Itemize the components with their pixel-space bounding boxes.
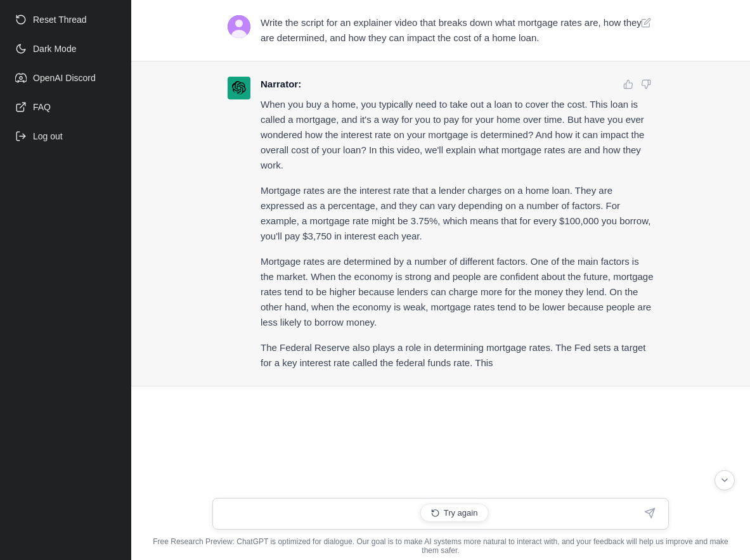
user-message-content: Write the script for an explainer video … xyxy=(261,15,654,46)
try-again-tooltip[interactable]: Try again xyxy=(420,504,489,522)
discord-icon xyxy=(15,72,27,84)
moon-icon xyxy=(15,43,27,54)
svg-point-0 xyxy=(20,77,23,80)
scroll-to-bottom-button[interactable] xyxy=(714,470,735,490)
try-again-label: Try again xyxy=(444,508,478,518)
user-message-inner: Write the script for an explainer video … xyxy=(212,15,669,46)
user-avatar xyxy=(228,15,250,38)
ai-message-block: Narrator: When you buy a home, you typic… xyxy=(131,61,750,386)
sidebar-item-logout[interactable]: Log out xyxy=(5,123,126,150)
sidebar-label-dark-mode: Dark Mode xyxy=(33,44,76,54)
sidebar-label-faq: FAQ xyxy=(33,102,51,112)
reset-icon xyxy=(15,14,27,25)
ai-message-content: Narrator: When you buy a home, you typic… xyxy=(261,77,654,371)
chevron-down-icon xyxy=(720,475,730,485)
sidebar-item-dark-mode[interactable]: Dark Mode xyxy=(5,35,126,62)
ai-paragraph-1: When you buy a home, you typically need … xyxy=(261,97,654,173)
user-message-actions xyxy=(638,15,654,32)
send-button[interactable] xyxy=(637,502,663,526)
chat-area: Write the script for an explainer video … xyxy=(131,0,750,560)
sidebar: Reset Thread Dark Mode OpenAI Discord FA… xyxy=(0,0,131,560)
ai-paragraph-3: Mortgage rates are determined by a numbe… xyxy=(261,254,654,330)
logout-icon xyxy=(15,130,27,142)
ai-message-inner: Narrator: When you buy a home, you typic… xyxy=(212,77,669,371)
narrator-label: Narrator: xyxy=(261,77,654,92)
external-link-icon xyxy=(15,101,27,113)
ai-avatar xyxy=(228,77,250,99)
user-message-text: Write the script for an explainer video … xyxy=(261,15,654,46)
main-content: Write the script for an explainer video … xyxy=(131,0,750,560)
thumbs-up-button[interactable] xyxy=(621,77,636,94)
sidebar-label-logout: Log out xyxy=(33,131,63,141)
ai-paragraph-4: The Federal Reserve also plays a role in… xyxy=(261,340,654,371)
thumbs-down-button[interactable] xyxy=(638,77,654,94)
retry-icon xyxy=(431,509,440,518)
footer-text: Free Research Preview: ChatGPT is optimi… xyxy=(153,537,728,555)
footer: Free Research Preview: ChatGPT is optimi… xyxy=(131,532,750,560)
ai-message-actions xyxy=(621,77,654,94)
sidebar-item-openai-discord[interactable]: OpenAI Discord xyxy=(5,65,126,91)
ai-paragraph-2: Mortgage rates are the interest rate tha… xyxy=(261,183,654,244)
sidebar-item-faq[interactable]: FAQ xyxy=(5,94,126,120)
user-message-block: Write the script for an explainer video … xyxy=(131,0,750,61)
sidebar-item-reset-thread[interactable]: Reset Thread xyxy=(5,6,126,33)
svg-point-4 xyxy=(235,20,243,27)
svg-line-1 xyxy=(20,103,25,108)
sidebar-label-openai-discord: OpenAI Discord xyxy=(33,73,96,83)
edit-message-button[interactable] xyxy=(638,15,654,32)
sidebar-label-reset-thread: Reset Thread xyxy=(33,15,87,25)
